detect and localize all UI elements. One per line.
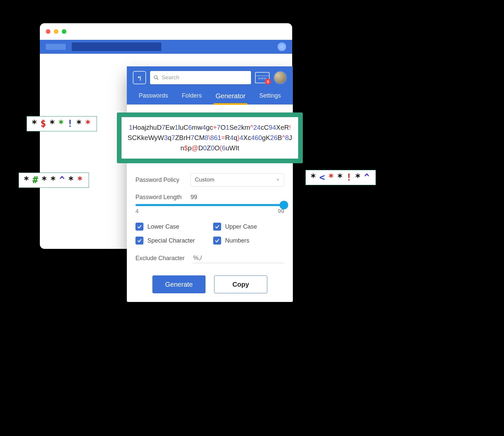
close-dot-icon[interactable] xyxy=(46,29,50,34)
notification-badge: 0 xyxy=(265,79,271,85)
generator-form: Password Policy Custom ▼ Password Length… xyxy=(127,163,293,302)
browser-toolbar xyxy=(40,40,292,54)
check-lowercase[interactable]: Lower Case xyxy=(135,223,207,231)
policy-value: Custom xyxy=(195,177,214,183)
search-box[interactable] xyxy=(150,71,251,84)
length-min: 4 xyxy=(135,208,138,215)
exclude-input[interactable] xyxy=(193,253,284,263)
search-input[interactable] xyxy=(161,74,248,81)
svg-line-1 xyxy=(157,78,158,80)
check-label: Numbers xyxy=(225,237,249,244)
generate-button[interactable]: Generate xyxy=(152,275,206,293)
password-generator-popup: *| WWW 0 PasswordsFoldersGeneratorSettin… xyxy=(127,66,293,302)
maximize-dot-icon[interactable] xyxy=(62,29,66,34)
tab-generator[interactable]: Generator xyxy=(213,89,247,105)
website-icon[interactable]: WWW 0 xyxy=(255,72,270,83)
checkbox-icon xyxy=(213,223,221,231)
length-value: 99 xyxy=(191,194,197,201)
policy-select[interactable]: Custom ▼ xyxy=(191,173,284,186)
tab-folders[interactable]: Folders xyxy=(180,89,204,105)
decoration-chip: *<**!*^ xyxy=(305,170,376,185)
decoration-chip: *$**!** xyxy=(27,116,97,131)
window-controls xyxy=(40,23,292,40)
length-label: Password Length xyxy=(135,194,185,201)
check-uppercase[interactable]: Upper Case xyxy=(213,223,284,231)
tab-bar: PasswordsFoldersGeneratorSettings xyxy=(133,84,287,105)
search-icon xyxy=(153,75,159,81)
length-slider[interactable] xyxy=(135,204,284,206)
policy-label: Password Policy xyxy=(135,177,185,183)
tab-passwords[interactable]: Passwords xyxy=(137,89,170,105)
chevron-down-icon: ▼ xyxy=(276,178,280,182)
svg-point-0 xyxy=(154,76,157,79)
checkbox-icon xyxy=(213,237,221,245)
decoration-chip: *#**^** xyxy=(19,173,89,188)
check-special[interactable]: Special Character xyxy=(135,237,207,245)
vault-logo-icon[interactable]: *| xyxy=(133,71,146,84)
check-label: Lower Case xyxy=(147,223,179,230)
check-label: Special Character xyxy=(147,237,195,244)
exclude-label: Exclude Character xyxy=(135,255,185,262)
minimize-dot-icon[interactable] xyxy=(54,29,58,34)
checkbox-icon xyxy=(135,237,143,245)
generated-password-panel: 1HoajzhuD7Ew1luC6mw4gc+7O1Se2km^24cC94Xe… xyxy=(117,112,303,163)
address-bar[interactable] xyxy=(72,42,161,51)
popup-header: *| WWW 0 PasswordsFoldersGeneratorSettin… xyxy=(127,66,293,105)
tab-settings[interactable]: Settings xyxy=(257,89,283,105)
user-avatar[interactable] xyxy=(274,71,287,84)
check-numbers[interactable]: Numbers xyxy=(213,237,284,245)
slider-knob-icon[interactable] xyxy=(280,201,288,209)
length-range: 4 99 xyxy=(135,208,284,215)
generated-password-text[interactable]: 1HoajzhuD7Ew1luC6mw4gc+7O1Se2km^24cC94Xe… xyxy=(122,117,298,159)
check-label: Upper Case xyxy=(225,223,257,230)
copy-button[interactable]: Copy xyxy=(214,275,267,293)
checkbox-icon xyxy=(135,223,143,231)
nav-buttons-placeholder xyxy=(46,44,66,50)
profile-avatar-icon[interactable] xyxy=(278,42,286,51)
